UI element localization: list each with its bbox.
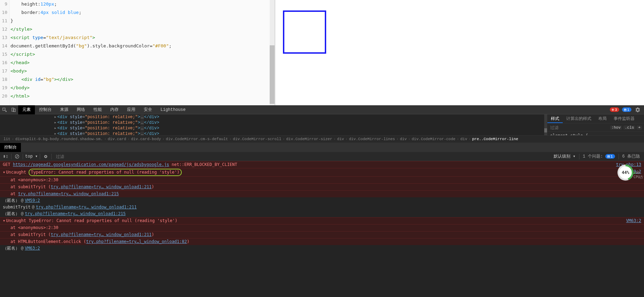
breadcrumb-item[interactable]: div.card: [106, 137, 128, 141]
line-number: 9: [0, 0, 7, 8]
error-count-badge[interactable]: ⊗ 3: [610, 107, 619, 112]
styles-filter-row: :hov.cls+: [547, 123, 644, 132]
styles-filter-input[interactable]: [547, 125, 608, 130]
expand-icon[interactable]: ▾: [3, 170, 5, 175]
devtools-tab-3[interactable]: 网络: [73, 105, 89, 114]
code-line[interactable]: <script type="text/javascript">: [10, 33, 275, 42]
devtools-tab-8[interactable]: Lighthouse: [156, 105, 190, 114]
editor-scrollbar[interactable]: [270, 0, 275, 105]
breadcrumb-item[interactable]: div#split-0.bg-body.rounded.shadow-sm.: [14, 137, 104, 141]
stack-link[interactable]: try.php?filename=try… window_onload1:211: [51, 232, 152, 237]
console-trace[interactable]: （匿名）@try.php?filename=try… window_onload…: [0, 211, 644, 217]
console-stack[interactable]: at submitTryit (try.php?filename=try… wi…: [0, 183, 644, 190]
code-line[interactable]: <body>: [10, 67, 275, 75]
devtools-tab-6[interactable]: 应用: [123, 105, 140, 114]
breadcrumb-item[interactable]: div.CodeMirror-sizer: [285, 137, 334, 141]
console-stack[interactable]: at <anonymous>:2:30: [0, 224, 644, 231]
inspect-icon[interactable]: [0, 105, 9, 114]
element-node[interactable]: ▸<div style="position: relative;">…</div…: [54, 120, 547, 125]
console-stack[interactable]: at <anonymous>:2:30: [0, 176, 644, 183]
code-line[interactable]: </head>: [10, 59, 275, 67]
breadcrumb-item[interactable]: lit: [2, 137, 12, 141]
line-number: 19: [0, 84, 7, 92]
code-line[interactable]: </script>: [10, 50, 275, 59]
breadcrumb-item[interactable]: div.card-body: [130, 137, 163, 141]
code-line[interactable]: height:120px;: [10, 0, 275, 8]
stack-link[interactable]: try.php?filename=try… window_onload1:211: [51, 184, 152, 189]
context-selector[interactable]: top ▾: [25, 154, 38, 159]
issues-label[interactable]: 1 个问题: ▤ 1: [583, 153, 615, 159]
line-number: 13: [0, 33, 7, 42]
code-line[interactable]: border:4px solid blue;: [10, 8, 275, 17]
console-stack[interactable]: at try.php?filename=try… window_onload1:…: [0, 190, 644, 197]
elements-scrollbar[interactable]: [544, 114, 547, 135]
breadcrumb-item[interactable]: div.CodeMirror-lines: [347, 137, 396, 141]
stack-link[interactable]: try.php?filename=try… window_onload1:215: [18, 191, 119, 196]
code-line[interactable]: }: [10, 17, 275, 25]
styles-filter-btn[interactable]: +: [637, 125, 642, 130]
cpu-label: ▮46CPU占: [634, 171, 643, 180]
drawer-console-tab[interactable]: 控制台: [0, 143, 21, 152]
styles-filter-btn[interactable]: :hov: [610, 125, 622, 130]
console-body[interactable]: 44% ▮46CPU占 try.php:13GET https://pagead…: [0, 161, 644, 297]
breadcrumb-item[interactable]: div.CodeMirror.cm-s-default: [164, 137, 229, 141]
styles-tab-2[interactable]: 布局: [595, 114, 610, 123]
console-error-net[interactable]: try.php:13GET https://pagead2.googlesynd…: [0, 161, 644, 168]
code-line[interactable]: document.getElementById("bg").style.back…: [10, 42, 275, 50]
devtools-tab-0[interactable]: 元素: [18, 105, 35, 114]
element-node[interactable]: ▸<div style="position: relative;">…</div…: [54, 114, 547, 120]
line-number: 18: [0, 75, 7, 84]
info-count-badge[interactable]: ▤ 1: [622, 107, 631, 112]
stack-link[interactable]: try.php?filename=try…l_window_onload1:82: [86, 239, 187, 244]
breadcrumb-item[interactable]: div.CodeMirror-scroll: [232, 137, 283, 141]
trace-link[interactable]: try.php?filename=try… window_onload1:211: [36, 205, 137, 210]
device-toggle-icon[interactable]: [9, 105, 18, 114]
breadcrumb-item[interactable]: div: [459, 137, 469, 141]
breadcrumb-item[interactable]: pre..CodeMirror-line: [471, 137, 519, 141]
styles-tab-3[interactable]: 事件监听器: [610, 114, 638, 123]
console-stack[interactable]: at HTMLButtonElement.onclick (try.php?fi…: [0, 238, 644, 245]
trace-link[interactable]: VM63:2: [25, 246, 40, 251]
trace-link[interactable]: try.php?filename=try… window_onload1:215: [25, 211, 126, 216]
trace-link[interactable]: VM59:2: [25, 198, 40, 203]
code-line[interactable]: </style>: [10, 25, 275, 33]
source-link[interactable]: VM63:2: [626, 218, 641, 224]
console-stack[interactable]: at submitTryit (try.php?filename=try… wi…: [0, 231, 644, 238]
breadcrumb-item[interactable]: div.CodeMirror-code: [410, 137, 457, 141]
devtools-tab-7[interactable]: 安全: [140, 105, 156, 114]
element-node[interactable]: ▸<div style="position: relative;">…</div…: [54, 131, 547, 135]
scrollbar-thumb[interactable]: [270, 45, 275, 104]
code-line[interactable]: <div id="bg"></div>: [10, 75, 275, 84]
expand-icon[interactable]: ▾: [3, 218, 5, 223]
code-line[interactable]: </body>: [10, 84, 275, 92]
clear-console-icon[interactable]: [14, 153, 21, 160]
devtools-tab-1[interactable]: 控制台: [35, 105, 56, 114]
console-error-2[interactable]: VM63:2▾Uncaught TypeError: Cannot read p…: [0, 217, 644, 224]
scrollbar-thumb[interactable]: [544, 128, 547, 132]
elements-panel[interactable]: ▸<div style="position: relative;">…</div…: [0, 114, 547, 135]
devtools-tab-4[interactable]: 性能: [89, 105, 106, 114]
styles-tab-1[interactable]: 计算出的样式: [563, 114, 595, 123]
console-trace[interactable]: （匿名）@VM59:2: [0, 197, 644, 204]
code-area[interactable]: height:120px; border:4px solid blue;}</s…: [10, 0, 275, 105]
devtools-tab-5[interactable]: 内存: [106, 105, 123, 114]
code-line[interactable]: </html>: [10, 92, 275, 100]
breadcrumb-item[interactable]: div: [336, 137, 345, 141]
settings-icon[interactable]: [634, 106, 641, 113]
styles-tab-0[interactable]: 样式: [547, 114, 563, 123]
elements-breadcrumb[interactable]: lit›div#split-0.bg-body.rounded.shadow-s…: [0, 135, 644, 143]
breadcrumb-item[interactable]: div: [398, 137, 408, 141]
console-trace[interactable]: （匿名）@VM63:2: [0, 245, 644, 252]
line-number: 15: [0, 50, 7, 59]
console-error-1[interactable]: VM59:2▾Uncaught TypeError: Cannot read p…: [0, 168, 644, 176]
svg-point-5: [45, 156, 46, 157]
live-expression-icon[interactable]: [42, 153, 49, 160]
blocked-url[interactable]: https://pagead2.googlesyndication.com/pa…: [13, 162, 169, 167]
element-node[interactable]: ▸<div style="position: relative;">…</div…: [54, 125, 547, 131]
console-trace[interactable]: submitTryit@try.php?filename=try… window…: [0, 204, 644, 211]
devtools-tab-2[interactable]: 来源: [56, 105, 73, 114]
log-level-selector[interactable]: 默认级别 ▾: [554, 153, 575, 159]
sidebar-toggle-icon[interactable]: ▮▯: [2, 153, 9, 160]
console-filter-input[interactable]: [54, 154, 552, 159]
styles-filter-btn[interactable]: .cls: [623, 125, 635, 130]
